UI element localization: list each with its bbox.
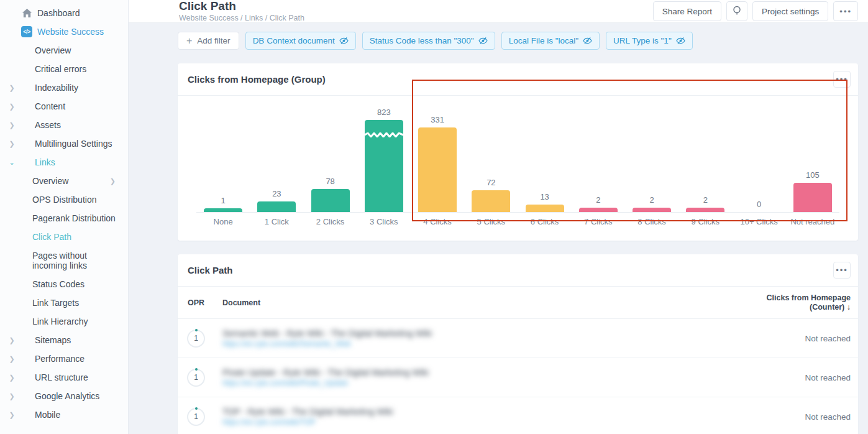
x-axis: None 1 Click 2 Clicks 3 Clicks 4 Clicks …	[196, 212, 839, 226]
opr-score-ring: 1	[187, 330, 205, 348]
sidebar-item-label: Links	[35, 157, 55, 167]
idea-button[interactable]	[726, 1, 747, 21]
main-area: Click Path Website Success / Links / Cli…	[129, 0, 868, 434]
sidebar-item-label: Sitemaps	[35, 335, 71, 345]
column-header-opr[interactable]: OPR	[188, 298, 222, 307]
bar-5-clicks[interactable]: 72	[464, 178, 518, 212]
chevron-right-icon: ❯	[7, 140, 16, 148]
sidebar-item-assets[interactable]: ❯ Assets	[0, 116, 128, 134]
filter-chip-status-code[interactable]: Status Code less than "300"	[362, 32, 495, 50]
page-header: Click Path Website Success / Links / Cli…	[129, 0, 868, 23]
table-menu-button[interactable]: •••	[833, 262, 851, 279]
bar-9-clicks[interactable]: 2	[678, 195, 732, 212]
bar-3-clicks[interactable]: 823	[357, 108, 411, 212]
share-report-button[interactable]: Share Report	[653, 1, 721, 21]
sidebar-item-label: Overview	[35, 45, 71, 55]
chevron-right-icon: ❯	[7, 84, 16, 92]
sidebar-item-label: Performance	[35, 354, 85, 364]
bar-2-clicks[interactable]: 78	[304, 177, 357, 212]
sidebar-item-label: URL structure	[35, 372, 88, 382]
bar-8-clicks[interactable]: 2	[625, 195, 678, 212]
sidebar-item-label: Dashboard	[37, 8, 80, 18]
bar-4-clicks[interactable]: 331	[411, 115, 464, 212]
sidebar-subitem-ops-distribution[interactable]: OPS Distribution	[0, 190, 128, 209]
sidebar-item-url-structure[interactable]: ❯ URL structure	[0, 368, 128, 387]
ellipsis-icon: •••	[839, 7, 852, 16]
opr-score-ring: 1	[187, 408, 205, 426]
document-url-blurred[interactable]: https://en.ryte.com/wiki/TOP	[222, 418, 776, 427]
filter-bar: + Add filter DB Context document Status …	[178, 32, 858, 50]
sidebar-item-dashboard[interactable]: Dashboard	[0, 4, 128, 22]
chevron-right-icon: ❯	[7, 355, 16, 363]
chevron-right-icon: ❯	[110, 177, 116, 185]
eye-off-icon	[583, 37, 592, 45]
sidebar-item-label: Critical errors	[35, 64, 86, 74]
click-path-table-card: Click Path ••• OPR Document Clicks from …	[178, 254, 858, 434]
sidebar: Dashboard </> Website Success Overview C…	[0, 0, 129, 434]
sidebar-item-content[interactable]: ❯ Content	[0, 97, 128, 116]
content: + Add filter DB Context document Status …	[129, 23, 868, 434]
opr-score-ring: 1	[187, 369, 205, 387]
sidebar-subitem-pages-without-incoming-links[interactable]: Pages without incoming links	[0, 246, 128, 275]
filter-chip-db-context-document[interactable]: DB Context document	[245, 32, 356, 50]
sidebar-item-label: Multilingual Settings	[35, 139, 112, 149]
document-title-blurred: TOP - Ryte Wiki - The Digital Marketing …	[222, 407, 776, 417]
table-row[interactable]: 1 Pirate Update - Ryte Wiki - The Digita…	[178, 358, 858, 397]
sidebar-item-links[interactable]: ⌄ Links	[0, 153, 128, 172]
axis-break-zigzag	[365, 132, 403, 137]
bar-10plus-clicks[interactable]: 0	[733, 200, 786, 212]
bar-6-clicks[interactable]: 13	[518, 192, 572, 212]
sidebar-subitem-link-hierarchy[interactable]: Link Hierarchy	[0, 312, 128, 331]
sidebar-subitem-links-overview[interactable]: Overview ❯	[0, 172, 128, 190]
table-row[interactable]: 1 Semantic Web - Ryte Wiki - The Digital…	[178, 318, 858, 358]
sidebar-item-mobile[interactable]: ❯ Mobile	[0, 405, 128, 424]
sidebar-item-multilingual-settings[interactable]: ❯ Multilingual Settings	[0, 134, 128, 153]
column-header-document[interactable]: Document	[222, 298, 767, 307]
document-title-blurred: Pirate Update - Ryte Wiki - The Digital …	[222, 367, 776, 377]
chart-menu-button[interactable]: •••	[833, 71, 851, 88]
bar-not-reached[interactable]: 105	[786, 170, 839, 212]
clicks-value: Not reached	[776, 334, 851, 343]
opr-progress-dot	[195, 329, 198, 331]
chevron-right-icon: ❯	[7, 392, 16, 400]
document-url-blurred[interactable]: https://en.ryte.com/wiki/Semantic_Web	[222, 339, 776, 348]
sidebar-item-google-analytics[interactable]: ❯ Google Analytics	[0, 387, 128, 405]
header-more-button[interactable]: •••	[833, 1, 858, 21]
filter-chip-url-type[interactable]: URL Type is "1"	[606, 32, 693, 50]
table-row[interactable]: 1 TOP - Ryte Wiki - The Digital Marketin…	[178, 397, 858, 434]
bar-none[interactable]: 1	[196, 196, 250, 212]
bar-7-clicks[interactable]: 2	[572, 195, 625, 212]
breadcrumb: Website Success / Links / Click Path	[179, 14, 304, 22]
clicks-chart-card: Clicks from Homepage (Group) ••• 1 23 78…	[178, 63, 858, 241]
project-settings-button[interactable]: Project settings	[752, 1, 828, 21]
opr-progress-dot	[195, 368, 198, 371]
home-icon	[21, 7, 32, 19]
sidebar-subitem-link-targets[interactable]: Link Targets	[0, 293, 128, 312]
sidebar-subitem-status-codes[interactable]: Status Codes	[0, 275, 128, 293]
eye-off-icon	[676, 37, 685, 45]
sidebar-item-indexability[interactable]: ❯ Indexability	[0, 78, 128, 97]
sidebar-subitem-click-path[interactable]: Click Path	[0, 228, 128, 246]
chevron-right-icon: ❯	[7, 336, 16, 344]
sidebar-item-label: Indexability	[35, 83, 78, 93]
clicks-value: Not reached	[776, 373, 851, 382]
document-title-blurred: Semantic Web - Ryte Wiki - The Digital M…	[222, 328, 776, 338]
document-url-blurred[interactable]: https://en.ryte.com/wiki/Pirate_Update	[222, 379, 776, 387]
chevron-down-icon: ⌄	[7, 159, 16, 167]
column-header-clicks-sorted[interactable]: Clicks from Homepage (Counter) ↓	[767, 293, 851, 312]
sidebar-item-sitemaps[interactable]: ❯ Sitemaps	[0, 331, 128, 349]
table-header-row: OPR Document Clicks from Homepage (Count…	[178, 287, 858, 318]
opr-progress-dot	[195, 407, 198, 410]
chevron-right-icon: ❯	[7, 103, 16, 111]
sidebar-subitem-pagerank-distribution[interactable]: Pagerank Distribution	[0, 209, 128, 228]
sidebar-item-overview[interactable]: Overview	[0, 41, 128, 60]
website-success-logo-icon: </>	[21, 26, 32, 37]
filter-chip-local-file[interactable]: Local File is "local"	[501, 32, 600, 50]
bar-1-click[interactable]: 23	[250, 189, 303, 212]
sidebar-item-website-success[interactable]: </> Website Success	[0, 22, 128, 41]
sidebar-item-label: Content	[35, 101, 65, 111]
sidebar-item-performance[interactable]: ❯ Performance	[0, 349, 128, 368]
sidebar-item-critical-errors[interactable]: Critical errors	[0, 60, 128, 78]
eye-off-icon	[339, 37, 349, 45]
add-filter-button[interactable]: + Add filter	[178, 32, 239, 50]
